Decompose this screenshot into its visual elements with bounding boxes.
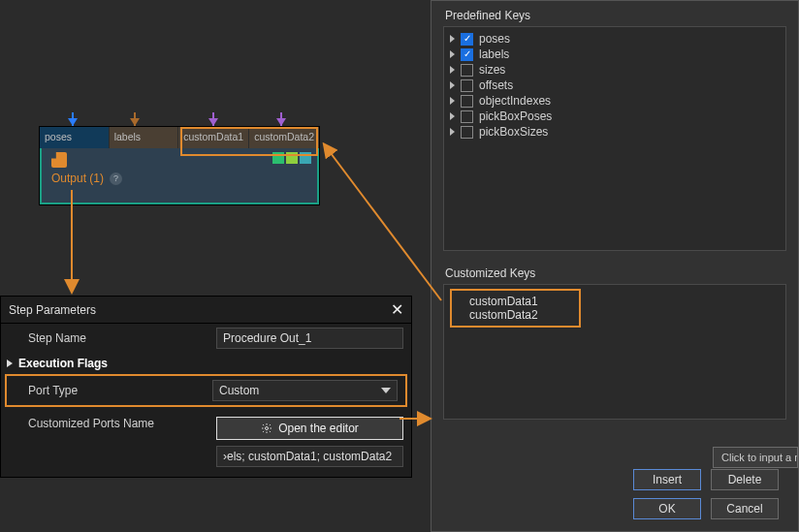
svg-point-0 [266, 427, 269, 430]
predefined-keys-label: Predefined Keys [431, 1, 798, 24]
open-editor-label: Open the editor [278, 422, 359, 435]
delete-button[interactable]: Delete [711, 469, 779, 490]
port-type-row-highlight: Port Type Custom [5, 374, 407, 407]
key-label: offsets [479, 78, 513, 92]
keys-dialog: Predefined Keys ✓poses✓labelssizesoffset… [431, 0, 799, 532]
predef-key-objectIndexes[interactable]: objectIndexes [450, 93, 780, 109]
insert-button[interactable]: Insert [633, 469, 701, 490]
node-body: Output (1) ? [40, 148, 319, 204]
custom-keys-highlight: customData1customData2 [450, 289, 581, 328]
checkbox[interactable] [461, 126, 473, 139]
predefined-keys-list[interactable]: ✓poses✓labelssizesoffsetsobjectIndexespi… [443, 26, 786, 251]
customized-keys-list[interactable]: customData1customData2 [443, 284, 786, 420]
node-input-arrows [39, 105, 320, 126]
chevron-right-icon [450, 50, 455, 58]
checkbox[interactable] [461, 95, 473, 108]
port-type-label: Port Type [28, 384, 208, 397]
node-port-customData2[interactable]: customData2 [249, 127, 319, 148]
open-editor-button[interactable]: Open the editor [216, 417, 403, 440]
execution-flags-section[interactable]: Execution Flags [1, 353, 411, 374]
port-type-select[interactable]: Custom [212, 380, 398, 401]
custom-key-customData2[interactable]: customData2 [469, 308, 538, 322]
key-label: sizes [479, 63, 505, 77]
checkbox[interactable] [461, 110, 473, 123]
node-title: Output (1) [51, 172, 104, 185]
step-name-row: Step Name [1, 324, 411, 353]
cancel-button[interactable]: Cancel [711, 498, 779, 519]
chevron-right-icon [450, 81, 455, 89]
chevron-right-icon [450, 112, 455, 120]
key-label: objectIndexes [479, 94, 551, 108]
chevron-right-icon [450, 97, 455, 105]
checkbox[interactable] [461, 64, 473, 77]
output-node[interactable]: poseslabelscustomData1customData2 Output… [39, 126, 320, 205]
port-type-value: Custom [219, 384, 259, 397]
step-parameters-header: Step Parameters ✕ [1, 297, 411, 324]
key-label: poses [479, 32, 510, 46]
chevron-down-icon [381, 388, 391, 393]
checkbox[interactable] [461, 79, 473, 92]
step-parameters-panel: Step Parameters ✕ Step Name Execution Fl… [0, 296, 412, 478]
key-label: pickBoxSizes [479, 125, 548, 139]
customized-keys-label: Customized Keys [431, 259, 798, 282]
predef-key-pickBoxSizes[interactable]: pickBoxSizes [450, 124, 780, 140]
ok-button[interactable]: OK [633, 498, 701, 519]
gear-icon [261, 422, 272, 434]
predef-key-labels[interactable]: ✓labels [450, 47, 780, 62]
close-icon[interactable]: ✕ [391, 300, 403, 319]
chevron-right-icon [450, 128, 455, 136]
customized-ports-row: Customized Ports Name Open the editor [1, 411, 411, 477]
predef-key-sizes[interactable]: sizes [450, 62, 780, 78]
chevron-right-icon [450, 35, 455, 43]
custom-key-customData1[interactable]: customData1 [469, 295, 538, 308]
svg-line-2 [325, 145, 441, 300]
predef-key-pickBoxPoses[interactable]: pickBoxPoses [450, 109, 780, 124]
customized-ports-input[interactable] [216, 446, 403, 467]
key-label: labels [479, 47, 509, 61]
node-port-customData1[interactable]: customData1 [178, 127, 249, 148]
port-name: customData2 [254, 131, 314, 142]
panel-title: Step Parameters [9, 303, 96, 317]
customized-ports-label: Customized Ports Name [28, 417, 212, 430]
port-name: poses [45, 131, 104, 142]
node-status-icons [272, 152, 311, 164]
key-label: pickBoxPoses [479, 110, 552, 123]
chevron-right-icon [450, 66, 455, 74]
new-key-input[interactable]: Click to input a n [713, 447, 798, 468]
port-name: labels [114, 131, 174, 142]
predef-key-offsets[interactable]: offsets [450, 78, 780, 93]
node-port-labels[interactable]: labels [110, 127, 179, 148]
execution-flags-label: Execution Flags [18, 357, 108, 370]
port-name: customData1 [183, 131, 243, 142]
chevron-right-icon [7, 360, 13, 367]
predef-key-poses[interactable]: ✓poses [450, 31, 780, 47]
checkbox[interactable]: ✓ [461, 33, 473, 46]
step-name-input[interactable] [216, 328, 403, 349]
dialog-buttons: Insert Delete OK Cancel [633, 469, 779, 519]
node-port-poses[interactable]: poses [40, 127, 110, 148]
arrow-node-to-params [58, 190, 97, 297]
help-icon[interactable]: ? [110, 172, 122, 185]
step-name-label: Step Name [28, 331, 212, 345]
procedure-out-icon [51, 152, 67, 168]
checkbox[interactable]: ✓ [461, 48, 473, 61]
